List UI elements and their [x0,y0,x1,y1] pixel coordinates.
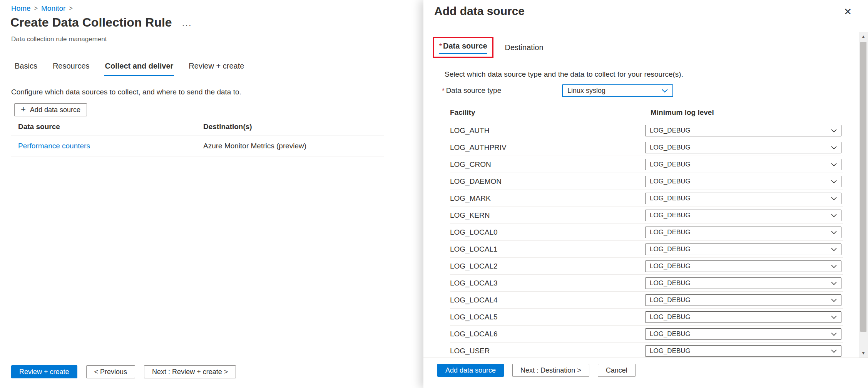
facility-label: LOG_MARK [450,194,645,203]
page-subtitle: Data collection rule management [11,35,107,43]
facility-label: LOG_LOCAL4 [450,296,645,304]
previous-button[interactable]: < Previous [86,365,135,378]
add-data-source-panel: Add data source ✕ * Data source Destinat… [423,0,868,388]
facility-row: LOG_LOCAL3 LOG_DEBUG [450,274,843,291]
log-level-value: LOG_DEBUG [650,161,691,168]
chevron-down-icon [831,228,837,236]
table-header-row: Data source Destination(s) [11,120,384,136]
facility-row: LOG_KERN LOG_DEBUG [450,207,843,223]
facility-label: LOG_LOCAL1 [450,245,645,254]
log-level-dropdown[interactable]: LOG_DEBUG [645,210,841,221]
log-level-dropdown[interactable]: LOG_DEBUG [645,345,841,357]
tab-collect-and-deliver[interactable]: Collect and deliver [104,58,174,76]
log-level-value: LOG_DEBUG [650,330,691,338]
tab-basics[interactable]: Basics [14,58,38,76]
performance-counters-link[interactable]: Performance counters [18,142,90,150]
facility-row: LOG_LOCAL2 LOG_DEBUG [450,257,843,274]
more-options-icon[interactable]: ... [182,17,192,29]
facility-row: LOG_MARK LOG_DEBUG [450,190,843,207]
chevron-down-icon [831,330,837,338]
log-level-dropdown[interactable]: LOG_DEBUG [645,260,841,272]
breadcrumb-monitor-link[interactable]: Monitor [41,4,65,13]
facility-label: LOG_LOCAL3 [450,279,645,287]
wizard-footer: Review + create < Previous Next : Review… [0,352,423,388]
column-header-destinations: Destination(s) [203,123,252,131]
log-level-value: LOG_DEBUG [650,262,691,270]
next-review-create-button[interactable]: Next : Review + create > [144,365,236,378]
facility-label: LOG_DAEMON [450,177,645,186]
log-level-dropdown[interactable]: LOG_DEBUG [645,125,841,136]
panel-tab-data-source-label: Data source [443,42,487,50]
log-level-dropdown[interactable]: LOG_DEBUG [645,193,841,204]
next-destination-button[interactable]: Next : Destination > [512,364,589,377]
log-level-dropdown[interactable]: LOG_DEBUG [645,244,841,255]
chevron-right-icon: > [69,5,72,12]
log-level-value: LOG_DEBUG [650,144,691,151]
log-level-value: LOG_DEBUG [650,212,691,219]
chevron-down-icon [831,296,837,304]
facility-label: LOG_USER [450,347,645,355]
panel-description: Select which data source type and the da… [445,70,683,79]
facility-label: LOG_LOCAL5 [450,313,645,321]
cancel-button[interactable]: Cancel [598,364,636,377]
min-log-level-column-header: Minimum log level [651,108,714,117]
panel-tab-data-source[interactable]: * Data source [439,42,487,54]
log-level-value: LOG_DEBUG [650,296,691,304]
panel-tab-destination[interactable]: Destination [505,43,544,52]
log-level-dropdown[interactable]: LOG_DEBUG [645,142,841,153]
data-source-type-label: * Data source type [442,86,501,95]
facility-row: LOG_LOCAL0 LOG_DEBUG [450,223,843,240]
facility-label: LOG_LOCAL2 [450,262,645,270]
required-asterisk: * [439,42,442,50]
facility-row: LOG_AUTHPRIV LOG_DEBUG [450,139,843,156]
panel-tab-destination-label: Destination [505,43,544,52]
facility-label: LOG_LOCAL0 [450,228,645,237]
data-source-type-dropdown[interactable]: Linux syslog [562,84,673,97]
wizard-tabs: Basics Resources Collect and deliver Rev… [14,58,245,76]
azure-portal-screen: Home > Monitor > Create Data Collection … [0,0,868,388]
log-level-dropdown[interactable]: LOG_DEBUG [645,227,841,238]
chevron-down-icon [831,161,837,168]
tab-resources[interactable]: Resources [52,58,90,76]
log-level-dropdown[interactable]: LOG_DEBUG [645,277,841,289]
data-source-type-field: * Data source type Linux syslog [442,86,501,95]
panel-add-data-source-button[interactable]: Add data source [437,364,504,377]
log-level-dropdown[interactable]: LOG_DEBUG [645,176,841,187]
add-data-source-button-label: Add data source [30,106,80,114]
log-level-value: LOG_DEBUG [650,127,691,134]
log-level-dropdown[interactable]: LOG_DEBUG [645,311,841,323]
breadcrumb: Home > Monitor > [11,4,73,13]
panel-tabs: * Data source Destination [433,37,544,58]
close-icon[interactable]: ✕ [844,6,852,17]
tab-review-create[interactable]: Review + create [188,58,245,76]
create-dcr-page: Home > Monitor > Create Data Collection … [0,0,423,388]
required-asterisk: * [442,87,445,95]
log-level-dropdown[interactable]: LOG_DEBUG [645,159,841,170]
chevron-down-icon [831,245,837,253]
page-description: Configure which data sources to collect,… [11,88,241,96]
panel-scrollbar[interactable]: ▲ ▼ [859,32,868,358]
destination-cell: Azure Monitor Metrics (preview) [203,142,306,150]
log-level-dropdown[interactable]: LOG_DEBUG [645,328,841,340]
page-title: Create Data Collection Rule [10,15,172,30]
chevron-down-icon [831,195,837,202]
scrollbar-down-icon[interactable]: ▼ [859,348,868,358]
log-level-dropdown[interactable]: LOG_DEBUG [645,294,841,306]
facility-row: LOG_LOCAL4 LOG_DEBUG [450,291,843,308]
scrollbar-up-icon[interactable]: ▲ [859,32,868,41]
data-sources-table: Data source Destination(s) Performance c… [11,120,384,156]
review-create-button[interactable]: Review + create [11,365,77,378]
data-source-tab-highlight-annotation: * Data source [433,37,493,58]
add-data-source-button[interactable]: + Add data source [14,103,87,116]
table-row: Performance counters Azure Monitor Metri… [11,136,384,156]
breadcrumb-home-link[interactable]: Home [11,4,31,13]
chevron-down-icon [662,87,668,95]
log-level-value: LOG_DEBUG [650,195,691,202]
facility-label: LOG_KERN [450,211,645,220]
scrollbar-thumb[interactable] [860,42,866,332]
chevron-down-icon [831,313,837,321]
facility-row: LOG_AUTH LOG_DEBUG [450,122,843,139]
facility-row: LOG_LOCAL5 LOG_DEBUG [450,308,843,325]
facility-row: LOG_CRON LOG_DEBUG [450,156,843,173]
title-row: Create Data Collection Rule ... [10,15,192,30]
